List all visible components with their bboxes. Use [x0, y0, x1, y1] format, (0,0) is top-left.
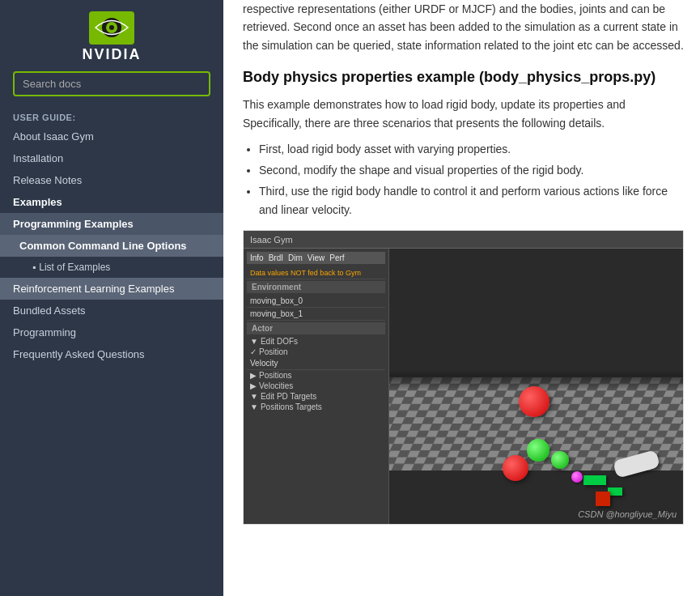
menu-item-perf: Perf [329, 253, 344, 262]
section-title: Body physics properties example (body_ph… [243, 69, 684, 86]
red-sphere-2 [503, 455, 528, 481]
panel-dofs: ▼ Edit DOFs [247, 336, 385, 347]
description-paragraph: This example demonstrates how to load ri… [243, 96, 684, 132]
green-box-1 [583, 475, 606, 485]
panel-env-section: Environment [247, 281, 385, 293]
menu-item-view: View [308, 253, 325, 262]
panel-pos-targets: ▼ Positions Targets [247, 402, 385, 412]
panel-pd-targets: ▼ Edit PD Targets [247, 391, 385, 402]
green-sphere-1 [527, 439, 549, 462]
bullet-3: Third, use the rigid body handle to cont… [259, 182, 684, 221]
nvidia-eye-icon [87, 10, 136, 46]
nvidia-logo: NVIDIA [82, 10, 141, 63]
panel-position: ✓ Position [247, 347, 385, 357]
panel-item-1: moving_box_1 [247, 308, 385, 321]
sidebar-item-list-of-examples[interactable]: ▪List of Examples [0, 257, 223, 278]
menu-item-dim: Dim [288, 253, 303, 262]
sidebar-item-bundled-assets[interactable]: Bundled Assets [0, 300, 223, 321]
menu-item-brdi: BrdI [269, 253, 283, 262]
sim-topbar: Isaac Gym [244, 231, 683, 249]
intro-paragraph: respective representations (either URDF … [243, 0, 684, 54]
panel-positions: ▶ Positions [247, 370, 385, 381]
sidebar-item-common-command-line[interactable]: Common Command Line Options [0, 235, 223, 257]
sidebar: NVIDIA USER GUIDE: About Isaac Gym Insta… [0, 0, 223, 596]
checkerboard-floor [389, 297, 683, 524]
menu-item-info: Info [250, 253, 264, 262]
sim-menu-bar: Info BrdI Dim View Perf [247, 252, 385, 264]
logo-area: NVIDIA [0, 0, 223, 103]
sidebar-item-rl-examples[interactable]: Reinforcement Learning Examples [0, 278, 223, 300]
user-guide-label: USER GUIDE: [0, 103, 223, 126]
sim-window-label: Isaac Gym [250, 235, 293, 245]
sim-left-panel: Info BrdI Dim View Perf Data values NOT … [244, 249, 389, 524]
panel-warning: Data values NOT fed back to Gym [247, 267, 385, 279]
watermark-text: CSDN @hongliyue_Miyu [578, 509, 677, 519]
panel-actor-section: Actor [247, 322, 385, 334]
panel-velocities: ▶ Velocities [247, 381, 385, 391]
red-sphere-1 [519, 386, 549, 417]
main-content: respective representations (either URDF … [223, 0, 700, 596]
bullet-1: First, load rigid body asset with varyin… [259, 140, 684, 160]
simulation-screenshot: Isaac Gym Info BrdI Dim View Perf Data v… [243, 230, 684, 525]
sidebar-item-installation[interactable]: Installation [0, 147, 223, 169]
list-marker: ▪ [32, 262, 36, 273]
search-input[interactable] [13, 71, 210, 96]
sidebar-item-about[interactable]: About Isaac Gym [0, 126, 223, 147]
sidebar-item-faq[interactable]: Frequently Asked Questions [0, 343, 223, 365]
red-box [596, 492, 610, 506]
sim-3d-view: CSDN @hongliyue_Miyu [389, 249, 683, 524]
sidebar-item-programming-examples[interactable]: Programming Examples [0, 213, 223, 235]
sim-body: Info BrdI Dim View Perf Data values NOT … [244, 249, 683, 524]
nvidia-wordmark: NVIDIA [82, 46, 141, 63]
svg-point-3 [109, 25, 114, 30]
bullet-list: First, load rigid body asset with varyin… [259, 140, 684, 220]
svg-rect-9 [389, 297, 683, 377]
examples-section-header: Examples [0, 191, 223, 213]
sidebar-item-programming[interactable]: Programming [0, 321, 223, 343]
bullet-2: Second, modify the shape and visual prop… [259, 161, 684, 181]
panel-velocity: Velocity [247, 357, 385, 370]
green-sphere-2 [551, 451, 569, 469]
sidebar-item-release-notes[interactable]: Release Notes [0, 169, 223, 191]
panel-item-0: moving_box_0 [247, 295, 385, 308]
